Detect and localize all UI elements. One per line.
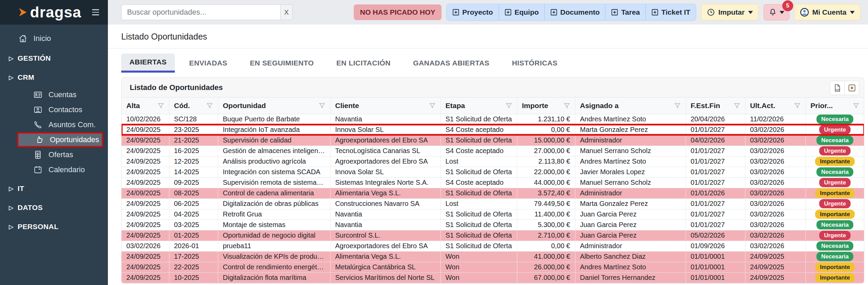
plus-square-icon bbox=[848, 84, 856, 92]
cell-alta: 24/09/2025 bbox=[122, 230, 169, 241]
cell-ult-act: 03/02/2026 bbox=[745, 230, 806, 241]
sidebar-item-contactos[interactable]: Contactos bbox=[17, 102, 103, 117]
quick-create-proyecto-button[interactable]: Proyecto bbox=[447, 4, 499, 20]
table-row[interactable]: 24/09/202517-2025Visualización de KPIs d… bbox=[122, 251, 864, 262]
cell-f-est-fin: 01/09/2026 bbox=[686, 241, 745, 251]
sidebar-item-oportunidades[interactable]: Oportunidades bbox=[17, 132, 103, 147]
sidebar-section-personal[interactable]: ▷PERSONAL bbox=[0, 219, 108, 235]
chevron-down-icon bbox=[850, 11, 855, 14]
column-header-alta[interactable]: Alta bbox=[122, 97, 169, 114]
tab-ganadas-abiertas[interactable]: GANADAS ABIERTAS bbox=[405, 54, 498, 73]
table-body: 10/02/2026SC/128Buque Puerto de BarbateN… bbox=[122, 114, 864, 283]
sidebar-section-datos[interactable]: ▷DATOS bbox=[0, 200, 108, 215]
cell-asignado-a: Marta Gonzalez Perez bbox=[575, 198, 686, 209]
table-row[interactable]: 24/09/202522-2025Control de rendimiento … bbox=[122, 262, 864, 272]
cell-cliente: TecnoLogística Canarias SL bbox=[330, 146, 440, 156]
table-row[interactable]: 24/09/202514-2025Integración con sistema… bbox=[122, 167, 864, 177]
cell-importe: 44.000,00 € bbox=[517, 177, 575, 188]
table-row[interactable]: 10/02/2026SC/128Buque Puerto de BarbateN… bbox=[122, 114, 864, 124]
column-header-importe[interactable]: Importe bbox=[517, 97, 575, 114]
column-header-asignado-a[interactable]: Asignado a bbox=[575, 97, 686, 114]
cell-f-est-fin: 01/01/2027 bbox=[686, 220, 745, 230]
column-header-etapa[interactable]: Etapa bbox=[440, 97, 517, 114]
add-opportunity-button[interactable] bbox=[844, 81, 859, 95]
filter-icon[interactable] bbox=[563, 102, 570, 109]
tab-históricas[interactable]: HISTÓRICAS bbox=[504, 54, 566, 73]
cell-prioridad: Importante bbox=[806, 188, 864, 198]
cell-importe: 27.000,00 € bbox=[517, 146, 575, 156]
cell-cod: 21-2025 bbox=[169, 135, 218, 146]
tab-en-licitación[interactable]: EN LICITACIÓN bbox=[328, 54, 399, 73]
column-header-ult-act[interactable]: Ult.Act. bbox=[745, 97, 806, 114]
chevron-down-icon bbox=[780, 11, 784, 14]
quick-create-equipo-button[interactable]: Equipo bbox=[499, 4, 545, 20]
sidebar-section-crm[interactable]: ▷CRM bbox=[0, 70, 108, 85]
tab-enviadas[interactable]: ENVIADAS bbox=[181, 54, 236, 73]
tab-abiertas[interactable]: ABIERTAS bbox=[121, 54, 175, 73]
column-header-f-est-fin[interactable]: F.Est.Fin bbox=[686, 97, 745, 114]
cell-f-est-fin: 01/01/0001 bbox=[686, 251, 745, 262]
table-row[interactable]: 24/09/202521-2025Supervisión de calidadA… bbox=[122, 135, 864, 146]
table-row[interactable]: 24/09/202501-2025Oportunidad de negocio … bbox=[122, 230, 864, 241]
filter-icon[interactable] bbox=[206, 102, 213, 109]
cell-ult-act: 03/02/2026 bbox=[745, 177, 806, 188]
filter-icon[interactable] bbox=[319, 102, 325, 109]
cell-oportunidad: Digitalización flota marítima bbox=[218, 272, 330, 283]
cell-alta: 24/09/2025 bbox=[122, 262, 169, 272]
table-row[interactable]: 24/09/202503-2025Montaje de sistemasNava… bbox=[122, 220, 864, 230]
sidebar-section-it[interactable]: ▷IT bbox=[0, 181, 108, 196]
cell-importe: 0,00 € bbox=[517, 124, 575, 135]
sidebar-item-inicio[interactable]: Inicio bbox=[0, 30, 108, 47]
home-icon bbox=[18, 34, 27, 43]
sidebar-item-calendario[interactable]: Calendario bbox=[17, 162, 103, 177]
crm-submenu: Cuentas Contactos Asuntos Com. Oportunid… bbox=[0, 87, 108, 177]
cell-etapa: S1 Solicitud de Oferta bbox=[440, 209, 517, 220]
filter-icon[interactable] bbox=[429, 102, 436, 109]
filter-icon[interactable] bbox=[674, 102, 681, 109]
table-row[interactable]: 24/09/202506-2025Digitalización de obras… bbox=[122, 198, 864, 209]
column-header-cliente[interactable]: Cliente bbox=[330, 97, 440, 114]
chevron-right-icon: ▷ bbox=[9, 55, 13, 62]
app-logo[interactable]: dragsa bbox=[18, 4, 81, 21]
priority-badge: Urgente bbox=[819, 199, 851, 208]
column-header-cod[interactable]: Cód. bbox=[169, 97, 218, 114]
cell-cod: 12-2025 bbox=[169, 156, 218, 167]
column-header-prioridad[interactable]: Prior... bbox=[806, 97, 864, 114]
account-button[interactable]: Mi Cuenta bbox=[794, 4, 860, 20]
table-row[interactable]: 24/09/202523-2025Integración IoT avanzad… bbox=[122, 124, 864, 135]
search-clear-button[interactable]: X bbox=[280, 4, 293, 20]
cell-ult-act: 03/02/2026 bbox=[745, 198, 806, 209]
quick-create-ticket-it-button[interactable]: Ticket IT bbox=[646, 4, 696, 20]
sidebar-section-gestion[interactable]: ▷GESTIÓN bbox=[0, 50, 108, 66]
column-header-oportunidad[interactable]: Oportunidad bbox=[218, 97, 330, 114]
id-card-icon bbox=[33, 90, 42, 99]
table-row[interactable]: 24/09/202508-2025Control de cadena alime… bbox=[122, 188, 864, 198]
imputar-button[interactable]: Imputar bbox=[701, 4, 759, 20]
cell-prioridad: Necesaria bbox=[806, 135, 864, 146]
table-row[interactable]: 03/02/20262026-01prueba11Agroexportadore… bbox=[122, 241, 864, 251]
table-row[interactable]: 24/09/202512-2025Análisis productivo agr… bbox=[122, 156, 864, 167]
filter-icon[interactable] bbox=[505, 102, 512, 109]
table-row[interactable]: 24/09/202510-2025Digitalización flota ma… bbox=[122, 272, 864, 283]
table-row[interactable]: 24/09/202509-2025Supervisión remota de s… bbox=[122, 177, 864, 188]
search-input[interactable] bbox=[121, 4, 280, 20]
export-csv-button[interactable]: CSV bbox=[830, 81, 844, 95]
filter-icon[interactable] bbox=[794, 102, 801, 109]
filter-icon[interactable] bbox=[853, 102, 859, 109]
filter-icon[interactable] bbox=[733, 102, 740, 109]
chevron-right-icon: ▷ bbox=[9, 74, 13, 81]
cell-f-est-fin: 01/01/2027 bbox=[686, 167, 745, 177]
table-row[interactable]: 24/09/202516-2025Gestión de almacenes in… bbox=[122, 146, 864, 156]
sidebar-item-ofertas[interactable]: Ofertas bbox=[17, 147, 103, 162]
filter-icon[interactable] bbox=[157, 102, 164, 109]
quick-create-tarea-button[interactable]: Tarea bbox=[605, 4, 645, 20]
sidebar-item-cuentas[interactable]: Cuentas bbox=[17, 87, 103, 102]
tab-en-seguimiento[interactable]: EN SEGUIMIENTO bbox=[242, 54, 322, 73]
quick-create-documento-button[interactable]: Documento bbox=[545, 4, 606, 20]
tab-bar: ABIERTASENVIADASEN SEGUIMIENTOEN LICITAC… bbox=[121, 54, 868, 73]
hamburger-menu-icon[interactable] bbox=[92, 9, 99, 15]
cell-cliente: Navantia bbox=[330, 114, 440, 124]
notifications-button[interactable]: 5 bbox=[764, 4, 789, 20]
sidebar-item-asuntos-com[interactable]: Asuntos Com. bbox=[17, 117, 103, 132]
table-row[interactable]: 24/09/202504-2025Retrofit GruaNavantiaS1… bbox=[122, 209, 864, 220]
